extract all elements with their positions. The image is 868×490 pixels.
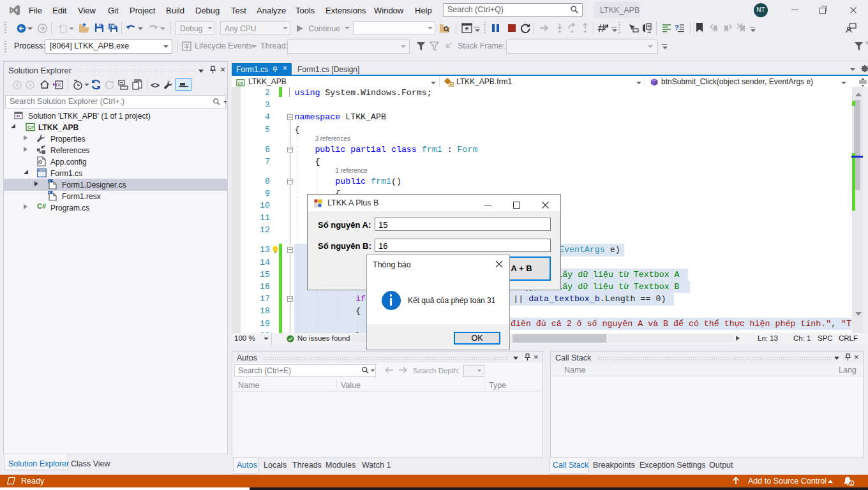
svg-text:C#: C#: [27, 124, 34, 130]
svg-text:?: ?: [675, 24, 679, 31]
svg-text:C#: C#: [237, 81, 243, 85]
svg-text:1: 1: [850, 480, 853, 486]
